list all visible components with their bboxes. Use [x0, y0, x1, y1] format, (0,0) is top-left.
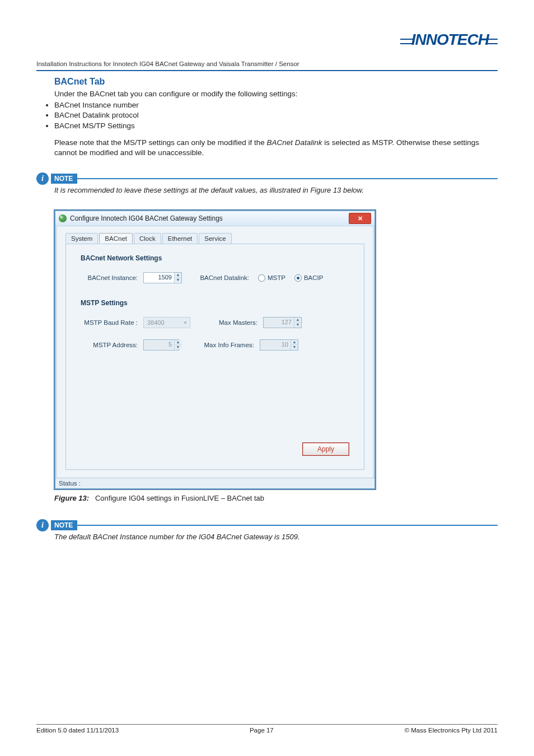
- label-mstp-address: MSTP Address:: [81, 342, 138, 348]
- close-button[interactable]: ✕: [349, 213, 371, 224]
- status-bar: Status :: [55, 478, 374, 488]
- paragraph: Please note that the MS/TP settings can …: [54, 138, 486, 158]
- radio-bacip[interactable]: BACIP: [294, 274, 324, 282]
- group-title-mstp: MSTP Settings: [81, 299, 354, 307]
- mstp-address-spinner: ▲▼: [143, 339, 179, 351]
- app-icon: [59, 214, 67, 222]
- note-text: It is recommended to leave these setting…: [54, 186, 498, 194]
- window-title: Configure Innotech IG04 BACnet Gateway S…: [70, 214, 223, 222]
- label-max-masters: Max Masters:: [207, 319, 257, 326]
- info-icon: i: [36, 172, 49, 185]
- group-title-network: BACnet Network Settings: [81, 254, 354, 262]
- label-mstp-baud: MSTP Baud Rate :: [81, 319, 138, 326]
- bullet-item: BACnet MS/TP Settings: [54, 121, 498, 131]
- note-rule: [77, 178, 498, 179]
- note-block: i NOTE The default BACnet Instance numbe…: [36, 519, 498, 541]
- note-text: The default BACnet Instance number for t…: [54, 533, 498, 541]
- settings-window: Configure Innotech IG04 BACnet Gateway S…: [54, 210, 376, 489]
- spin-up-icon: ▲: [175, 340, 181, 345]
- max-masters-input: [264, 318, 294, 326]
- label-bacnet-instance: BACnet Instance:: [81, 274, 138, 281]
- spin-down-icon: ▼: [291, 345, 298, 349]
- bullet-item: BACnet Instance number: [54, 100, 498, 110]
- tab-panel: BACnet Network Settings BACnet Instance:…: [65, 244, 364, 470]
- bullet-list: BACnet Instance number BACnet Datalink p…: [46, 100, 498, 131]
- chevron-down-icon: ▼: [183, 320, 188, 325]
- max-masters-spinner: ▲▼: [263, 317, 302, 328]
- info-icon: i: [36, 519, 49, 531]
- tab-clock[interactable]: Clock: [134, 233, 161, 244]
- brand-logo: INNOTECH: [400, 31, 498, 49]
- footer-left: Edition 5.0 dated 11/11/2013: [36, 727, 119, 734]
- spin-down-icon[interactable]: ▼: [175, 278, 181, 282]
- mstp-baud-value: 38400: [147, 319, 165, 326]
- footer-center: Page 17: [250, 727, 274, 734]
- spin-down-icon: ▼: [175, 345, 181, 349]
- tab-service[interactable]: Service: [199, 233, 231, 244]
- note-label: NOTE: [51, 174, 77, 184]
- header-rule: [36, 70, 498, 71]
- max-info-frames-spinner: ▲▼: [260, 339, 298, 351]
- logo-lines-right: [486, 36, 498, 46]
- bacnet-instance-input[interactable]: [144, 273, 174, 282]
- intro-text: Under the BACnet tab you can configure o…: [54, 89, 486, 99]
- tab-bar: System BACnet Clock Ethernet Service: [65, 233, 364, 244]
- label-max-info-frames: Max Info Frames:: [196, 342, 254, 348]
- bullet-item: BACnet Datalink protocol: [54, 110, 498, 120]
- tab-bacnet[interactable]: BACnet: [99, 233, 133, 244]
- apply-button[interactable]: Apply: [302, 442, 349, 456]
- note-rule: [77, 525, 498, 526]
- spin-down-icon: ▼: [294, 323, 301, 327]
- label-bacnet-datalink: BACnet Datalink:: [199, 274, 249, 281]
- section-title: BACnet Tab: [54, 77, 498, 87]
- spin-up-icon[interactable]: ▲: [175, 273, 181, 278]
- radio-mstp[interactable]: MSTP: [258, 274, 285, 282]
- spin-up-icon: ▲: [291, 340, 298, 345]
- spin-up-icon: ▲: [294, 318, 301, 323]
- mstp-baud-dropdown: 38400 ▼: [143, 317, 190, 328]
- page-footer: Edition 5.0 dated 11/11/2013 Page 17 © M…: [36, 720, 498, 734]
- max-info-frames-input: [260, 340, 291, 349]
- mstp-address-input: [144, 340, 174, 349]
- tab-ethernet[interactable]: Ethernet: [162, 233, 198, 244]
- note-block: i NOTE It is recommended to leave these …: [36, 172, 498, 194]
- tab-system[interactable]: System: [65, 233, 98, 244]
- doc-header: Installation Instructions for Innotech I…: [36, 60, 498, 67]
- bacnet-instance-spinner[interactable]: ▲▼: [143, 272, 182, 283]
- footer-right: © Mass Electronics Pty Ltd 2011: [405, 727, 498, 734]
- note-label: NOTE: [51, 520, 77, 530]
- window-titlebar[interactable]: Configure Innotech IG04 BACnet Gateway S…: [55, 211, 374, 226]
- figure-caption: Figure 13: Configure IG04 settings in Fu…: [54, 494, 498, 502]
